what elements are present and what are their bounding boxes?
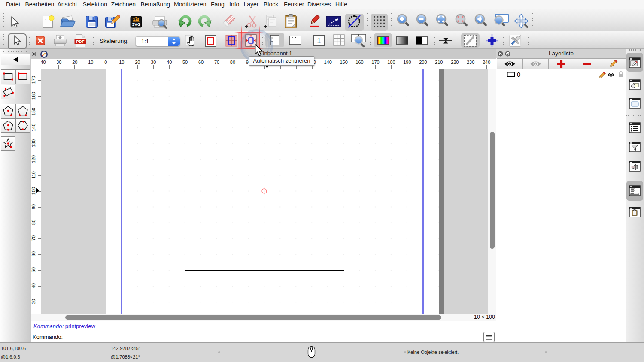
svg-text:1: 1 — [317, 36, 321, 45]
svg-text:SVG: SVG — [132, 22, 140, 27]
svg-text:PDF: PDF — [76, 39, 85, 44]
